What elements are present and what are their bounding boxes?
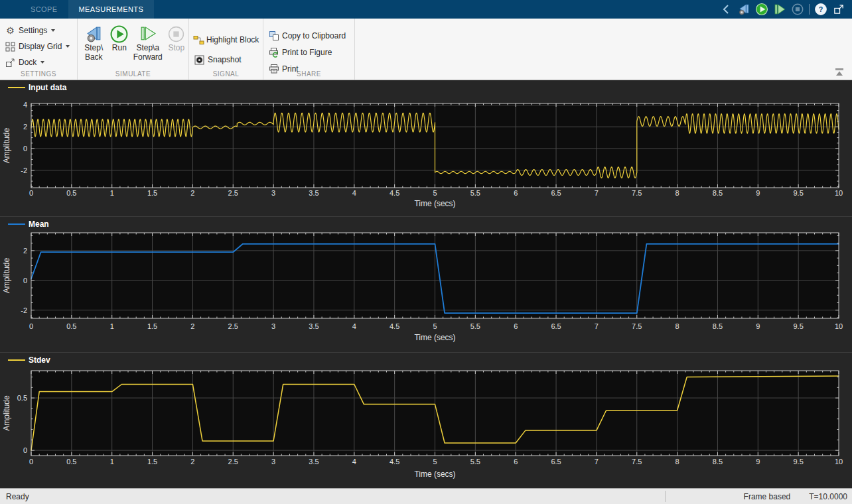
svg-text:0: 0 <box>23 446 27 454</box>
run-icon <box>755 3 768 16</box>
mean-legend[interactable]: Mean <box>0 217 852 231</box>
svg-text:4.5: 4.5 <box>390 458 399 466</box>
svg-text:5: 5 <box>433 322 437 330</box>
stdev-legend-label: Stdev <box>29 355 50 365</box>
svg-text:4: 4 <box>23 101 27 109</box>
snapshot-button[interactable]: Snapshot <box>189 52 263 68</box>
highlight-block-button[interactable]: Highlight Block <box>189 32 263 48</box>
scope-display-area: Input data 00.511.522.533.544.555.566.57… <box>0 80 852 488</box>
step-back-button-ribbon[interactable]: Step\ Back <box>82 23 106 62</box>
svg-text:3: 3 <box>271 322 275 330</box>
print-to-figure-label: Print to Figure <box>282 48 332 57</box>
stdev-plot[interactable]: 00.511.522.533.544.555.566.577.588.599.5… <box>0 367 852 488</box>
svg-text:2: 2 <box>190 322 194 330</box>
svg-text:7.5: 7.5 <box>632 189 642 197</box>
input-data-panel: Input data 00.511.522.533.544.555.566.57… <box>0 80 852 216</box>
quick-access-toolbar: ? <box>719 0 852 19</box>
step-back-button[interactable] <box>737 3 750 16</box>
svg-text:5: 5 <box>433 458 437 466</box>
stop-button-ribbon[interactable]: Stop <box>164 23 188 62</box>
stop-icon <box>167 24 185 44</box>
snapshot-label: Snapshot <box>208 55 242 64</box>
status-divider <box>665 491 666 502</box>
run-button-ribbon[interactable]: Run <box>107 23 132 62</box>
step-forward-button[interactable] <box>773 3 786 16</box>
svg-text:5.5: 5.5 <box>470 458 480 466</box>
svg-text:0.5: 0.5 <box>66 458 76 466</box>
legend-line-icon <box>8 87 25 88</box>
svg-text:3.5: 3.5 <box>309 458 319 466</box>
svg-text:9.5: 9.5 <box>794 189 804 197</box>
svg-text:8: 8 <box>675 458 679 466</box>
tab-scope[interactable]: SCOPE <box>20 0 68 19</box>
step-forward-label-2: Forward <box>133 53 163 62</box>
svg-text:0: 0 <box>23 277 27 284</box>
help-button[interactable]: ? <box>814 3 827 16</box>
svg-text:3: 3 <box>271 458 275 466</box>
svg-text:2: 2 <box>190 458 194 466</box>
section-label-settings: SETTINGS <box>0 70 77 78</box>
svg-text:5: 5 <box>433 189 437 197</box>
svg-text:3.5: 3.5 <box>309 189 319 197</box>
step-forward-icon <box>773 3 786 16</box>
svg-text:0.5: 0.5 <box>17 394 27 402</box>
collapse-ribbon-icon <box>833 68 845 76</box>
undock-button[interactable] <box>832 3 845 16</box>
copy-to-clipboard-button[interactable]: Copy to Clipboard <box>263 28 354 44</box>
svg-text:9.5: 9.5 <box>794 458 804 466</box>
input-legend-label: Input data <box>29 83 66 92</box>
input-plot[interactable]: 00.511.522.533.544.555.566.577.588.599.5… <box>0 94 852 216</box>
gear-icon: ⚙ <box>4 26 17 35</box>
svg-text:Amplitude: Amplitude <box>2 395 11 431</box>
svg-text:7.5: 7.5 <box>632 458 642 466</box>
toolstrip-tabs: SCOPE MEASUREMENTS <box>20 0 154 19</box>
stop-icon <box>791 3 804 16</box>
svg-text:7: 7 <box>595 458 599 466</box>
print-to-figure-icon <box>267 47 280 58</box>
input-legend[interactable]: Input data <box>0 80 852 94</box>
stop-button[interactable] <box>791 3 804 16</box>
svg-text:7: 7 <box>595 189 599 197</box>
svg-text:5.5: 5.5 <box>470 322 480 330</box>
step-back-label-2: Back <box>85 53 103 62</box>
svg-text:8.5: 8.5 <box>713 322 723 330</box>
svg-text:9: 9 <box>756 322 760 330</box>
svg-text:1.5: 1.5 <box>147 458 157 466</box>
svg-text:3.5: 3.5 <box>309 322 319 330</box>
svg-text:4: 4 <box>352 458 356 466</box>
step-back-icon <box>737 3 750 16</box>
tab-measurements[interactable]: MEASUREMENTS <box>68 0 155 19</box>
svg-text:2.5: 2.5 <box>228 458 238 466</box>
display-grid-button[interactable]: Display Grid <box>0 38 77 54</box>
print-to-figure-button[interactable]: Print to Figure <box>263 44 354 60</box>
chevron-left-icon <box>722 4 730 15</box>
svg-text:7.5: 7.5 <box>632 322 642 330</box>
svg-text:1: 1 <box>110 322 114 330</box>
section-share: Copy to Clipboard Print to Figure <box>263 19 355 80</box>
dock-label: Dock <box>19 58 36 67</box>
section-label-share: SHARE <box>263 70 354 78</box>
collapse-ribbon-button[interactable] <box>833 67 845 76</box>
svg-text:7: 7 <box>595 322 599 330</box>
svg-text:?: ? <box>819 5 823 13</box>
svg-text:Time (secs): Time (secs) <box>414 333 455 342</box>
chevron-down-icon <box>66 45 70 48</box>
collapse-toolbar-button[interactable] <box>719 3 733 16</box>
step-back-icon <box>85 24 103 44</box>
highlight-block-icon <box>193 35 204 45</box>
stdev-legend[interactable]: Stdev <box>0 353 852 367</box>
snapshot-icon <box>193 55 206 65</box>
status-frame-mode: Frame based <box>744 492 791 501</box>
status-sim-time: T=10.0000 <box>809 492 847 501</box>
section-simulate: Step\ Back Run <box>78 19 189 80</box>
legend-line-icon <box>8 223 25 225</box>
step-forward-button-ribbon[interactable]: Step\a Forward <box>133 23 163 62</box>
run-button[interactable] <box>755 3 768 16</box>
svg-text:9: 9 <box>756 458 760 466</box>
chevron-down-icon <box>40 61 44 64</box>
svg-text:0: 0 <box>29 322 33 330</box>
dock-button[interactable]: Dock <box>0 54 77 70</box>
mean-plot[interactable]: 00.511.522.533.544.555.566.577.588.599.5… <box>0 231 852 352</box>
settings-button[interactable]: ⚙ Settings <box>0 23 77 38</box>
display-grid-label: Display Grid <box>19 42 62 51</box>
